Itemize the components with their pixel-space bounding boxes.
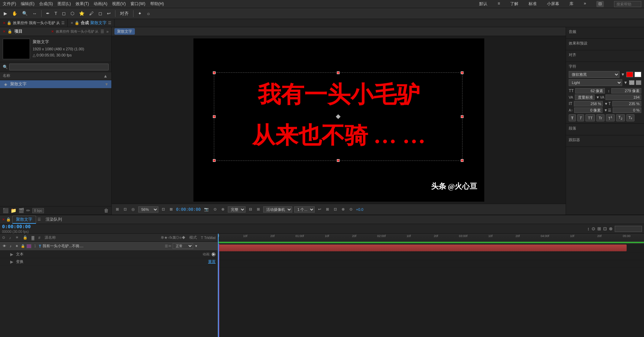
tl-tab-render[interactable]: 渲染队列 bbox=[42, 216, 65, 223]
horizscale-input[interactable] bbox=[612, 101, 641, 106]
tool-pen[interactable]: ✒ bbox=[44, 10, 51, 17]
tool-brush[interactable]: ◻ bbox=[60, 10, 67, 17]
track-bar-1[interactable] bbox=[218, 245, 627, 251]
3d-toggle[interactable]: ✦ bbox=[136, 10, 143, 17]
effects-section-title[interactable]: 效果和预设 bbox=[569, 41, 641, 46]
workspace-standard[interactable]: 标准 bbox=[529, 1, 537, 7]
workspace-default[interactable]: 默认 bbox=[479, 1, 487, 7]
project-item-juewen[interactable]: ◈ 聚散文字 ▼ bbox=[0, 80, 111, 88]
project-close[interactable]: ✕ bbox=[3, 30, 5, 33]
font-name-dropdown[interactable]: 微软雅黑 bbox=[569, 71, 619, 78]
handle-mr[interactable] bbox=[461, 115, 464, 118]
style-btn-extra[interactable]: T₂ bbox=[626, 114, 635, 121]
composition-tab-header[interactable]: ✕ 🔒 合成 聚散文字 ☰ bbox=[68, 19, 114, 27]
style-btn-italic[interactable]: T bbox=[577, 114, 584, 121]
vertscale-input[interactable] bbox=[574, 101, 603, 106]
style-btn-smallcaps[interactable]: Tr bbox=[596, 114, 604, 121]
bpc-label[interactable]: 8 bpc bbox=[32, 208, 44, 213]
tool-puppet[interactable]: ↩ bbox=[105, 10, 112, 17]
tool-shape[interactable]: ⬡ bbox=[69, 10, 76, 17]
font-color-swatch[interactable] bbox=[626, 72, 633, 77]
item-expand-icon[interactable]: ▼ bbox=[105, 82, 109, 87]
sub-arrow[interactable]: ▶ bbox=[10, 252, 13, 257]
swatch-gray[interactable] bbox=[636, 80, 641, 85]
swatch-transparent[interactable] bbox=[629, 80, 634, 85]
workspace-learn[interactable]: 了解 bbox=[510, 1, 518, 7]
tsume-input[interactable] bbox=[613, 107, 641, 113]
comp-view-tag[interactable]: 聚散文字 bbox=[114, 28, 135, 35]
tool-rotate[interactable]: ↔ bbox=[31, 10, 38, 17]
baseline-input[interactable] bbox=[574, 107, 603, 113]
new-comp-icon[interactable]: ⬛ bbox=[3, 208, 9, 213]
tl-ctrl-render[interactable]: ⊙ bbox=[592, 226, 595, 231]
layer-sub-text[interactable]: ▶ 文本 动画: bbox=[0, 251, 218, 258]
kern-input[interactable] bbox=[611, 88, 641, 94]
tl-ctrl-solo[interactable]: ⊞ bbox=[597, 226, 601, 231]
viewer-ctrl11[interactable]: ⊞ bbox=[325, 206, 330, 212]
panel-menu-icon[interactable]: ☰ bbox=[100, 29, 104, 34]
workspace-overflow[interactable]: » bbox=[584, 1, 586, 7]
comp-close-icon[interactable]: ✕ bbox=[70, 21, 73, 25]
handle-br[interactable] bbox=[461, 159, 464, 162]
menu-composition[interactable]: 合成(S) bbox=[39, 1, 53, 7]
tool-zoom[interactable]: 🔍 bbox=[20, 10, 29, 17]
menu-window[interactable]: 窗口(W) bbox=[130, 1, 145, 7]
tool-clone[interactable]: ⭐ bbox=[77, 10, 86, 17]
handle-tl[interactable] bbox=[213, 71, 216, 74]
panel-expand[interactable]: » bbox=[106, 29, 109, 34]
effect-menu-icon[interactable]: ☰ bbox=[61, 21, 65, 25]
tool-text[interactable]: T bbox=[53, 10, 59, 17]
viewer-ctrl12[interactable]: ⊡ bbox=[332, 206, 338, 212]
tl-ctrl-copy[interactable]: ⊗ bbox=[609, 226, 613, 231]
tl-ctrl-lock[interactable]: ⊡ bbox=[603, 226, 607, 231]
workspace-small[interactable]: 小屏幕 bbox=[547, 1, 559, 7]
vis-eye[interactable]: 👁 bbox=[2, 244, 7, 249]
tl-search-input[interactable] bbox=[615, 226, 642, 232]
viewer-ctrl9[interactable]: ⊞ bbox=[255, 206, 261, 212]
vis-solo[interactable]: ☀ bbox=[14, 244, 19, 249]
menu-screen-toggle[interactable]: ⊟ bbox=[596, 1, 604, 7]
viewer-ctrl13[interactable]: ⊗ bbox=[340, 206, 346, 212]
viewer-ctrl5[interactable]: ⊠ bbox=[168, 206, 174, 212]
workspace-library[interactable]: 库 bbox=[569, 1, 574, 7]
style-btn-allcaps[interactable]: TT bbox=[585, 114, 595, 121]
handle-bm[interactable] bbox=[337, 159, 340, 162]
zoom-dropdown[interactable]: 56% 100% 50% 25% bbox=[138, 206, 158, 213]
tl-tab-juewen[interactable]: 聚散文字 bbox=[12, 216, 36, 224]
search-help-input[interactable] bbox=[614, 1, 641, 7]
handle-ml[interactable] bbox=[213, 115, 216, 118]
style-dropdown-arrow[interactable]: ▼ bbox=[624, 80, 628, 85]
view-dropdown[interactable]: 1 个... 2 个 4 个 bbox=[294, 206, 315, 213]
kern2-input[interactable] bbox=[606, 95, 641, 100]
tool-roto[interactable]: ◻ bbox=[97, 10, 104, 17]
audio-section-title[interactable]: 音频 bbox=[569, 29, 641, 34]
tool-select[interactable]: ▶ bbox=[2, 10, 9, 17]
viewer-ctrl10[interactable]: ↩ bbox=[317, 206, 323, 212]
layer-edit-icon[interactable]: ✏ bbox=[169, 244, 171, 248]
layer-sub-transform[interactable]: ▶ 变换 重置 bbox=[0, 258, 218, 266]
viewer-ctrl1[interactable]: ⊞ bbox=[114, 206, 120, 212]
viewer-ctrl3[interactable]: ◎ bbox=[130, 206, 136, 212]
center-pivot[interactable] bbox=[335, 114, 340, 119]
project-search-input[interactable] bbox=[9, 64, 109, 70]
vis-lock[interactable]: 🔒 bbox=[20, 244, 25, 249]
tracking-input[interactable] bbox=[575, 95, 595, 100]
tl-ctrl-reorder[interactable]: ↕ bbox=[587, 226, 590, 231]
font-dropdown-arrow[interactable]: ▼ bbox=[621, 72, 625, 77]
style-btn-bold[interactable]: T bbox=[569, 114, 576, 121]
fontsize-input[interactable] bbox=[575, 88, 605, 94]
align-section-title[interactable]: 对齐 bbox=[569, 52, 641, 57]
layer-row-1[interactable]: 👁 ♪ ☀ 🔒 1 T 我有一头小毛驴...不骑.... ☰ ✏ 正常 叠加 滤… bbox=[0, 242, 218, 251]
style-btn-super[interactable]: T1 bbox=[606, 114, 615, 121]
menu-animation[interactable]: 动画(A) bbox=[94, 1, 107, 7]
effect-controls-tab[interactable]: ✕ 🔒 效果控件 我有一头小毛驴 从 ☰ bbox=[0, 19, 68, 27]
menu-file[interactable]: 文件(F) bbox=[3, 1, 16, 7]
paragraph-section-title[interactable]: 段落 bbox=[569, 126, 641, 131]
sort-btn[interactable]: ▲ bbox=[102, 73, 109, 79]
trash-icon[interactable]: 🗑 bbox=[104, 208, 109, 213]
tool-hand[interactable]: ✋ bbox=[10, 10, 19, 17]
vis-audio[interactable]: ♪ bbox=[8, 244, 13, 249]
font-stroke-swatch[interactable] bbox=[634, 72, 641, 77]
viewer-ctrl8[interactable]: ⊟ bbox=[248, 206, 253, 212]
layer-mode-select[interactable]: 正常 叠加 滤色 bbox=[173, 243, 193, 249]
